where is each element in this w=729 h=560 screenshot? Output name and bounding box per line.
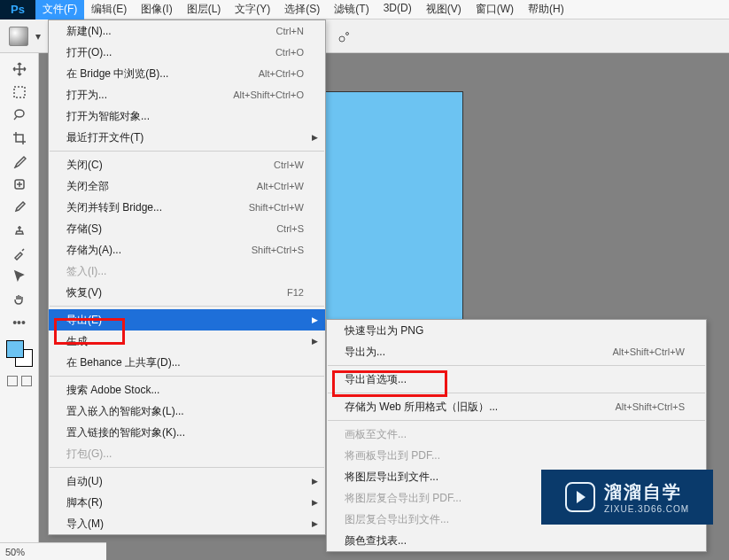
- menu-item: 将画板导出到 PDF...: [327, 445, 706, 466]
- menu-item-label: 恢复(V): [66, 285, 287, 300]
- menu-item[interactable]: 导出首选项...: [327, 369, 706, 390]
- menu-帮助[interactable]: 帮助(H): [521, 0, 571, 19]
- menu-编辑[interactable]: 编辑(E): [84, 0, 134, 19]
- submenu-arrow-icon: ▶: [312, 477, 318, 486]
- svg-point-3: [346, 32, 349, 35]
- menu-item[interactable]: 导入(M)▶: [49, 513, 325, 534]
- clone-stamp-tool[interactable]: [9, 220, 30, 241]
- menu-item[interactable]: 搜索 Adobe Stock...: [49, 379, 325, 401]
- menu-item[interactable]: 在 Behance 上共享(D)...: [49, 352, 325, 373]
- submenu-arrow-icon: ▶: [312, 498, 318, 507]
- menu-item-label: 在 Bridge 中浏览(B)...: [66, 66, 259, 82]
- menu-item[interactable]: 存储为 Web 所用格式（旧版）...Alt+Shift+Ctrl+S: [327, 396, 706, 417]
- status-bar: 50%: [0, 542, 106, 560]
- move-tool[interactable]: [9, 58, 30, 80]
- menu-视图[interactable]: 视图(V): [419, 0, 469, 19]
- submenu-arrow-icon: ▶: [312, 133, 318, 142]
- menu-item[interactable]: 在 Bridge 中浏览(B)...Alt+Ctrl+O: [49, 63, 325, 84]
- brush-tool[interactable]: [9, 197, 30, 218]
- history-brush-tool[interactable]: [9, 243, 30, 264]
- menu-item[interactable]: 关闭并转到 Bridge...Shift+Ctrl+W: [49, 197, 325, 218]
- foreground-color[interactable]: [6, 340, 24, 358]
- brush-dropdown-arrow[interactable]: ▾: [35, 30, 41, 43]
- svg-rect-4: [14, 87, 25, 97]
- file-menu-dropdown: 新建(N)...Ctrl+N打开(O)...Ctrl+O在 Bridge 中浏览…: [48, 19, 326, 535]
- healing-brush-tool[interactable]: [9, 174, 30, 195]
- menu-item[interactable]: 存储(S)Ctrl+S: [49, 218, 325, 239]
- menu-item[interactable]: 关闭全部Alt+Ctrl+W: [49, 175, 325, 197]
- menu-item-label: 置入链接的智能对象(K)...: [66, 425, 304, 440]
- menu-item-label: 打开(O)...: [66, 45, 275, 60]
- path-selection-tool[interactable]: [9, 266, 30, 287]
- menu-item[interactable]: 快速导出为 PNG: [327, 320, 706, 341]
- menu-item-label: 打开为...: [66, 88, 233, 103]
- lasso-tool[interactable]: [9, 105, 30, 126]
- menu-item-label: 导出为...: [345, 345, 612, 360]
- marquee-tool[interactable]: [9, 82, 30, 103]
- menu-item-label: 自动(U): [66, 474, 304, 489]
- menu-item-label: 新建(N)...: [66, 24, 276, 39]
- menu-item-shortcut: Alt+Ctrl+O: [259, 68, 304, 79]
- tools-panel: •••: [0, 53, 39, 560]
- pressure-size-icon[interactable]: [337, 29, 352, 43]
- brush-preset-swatch[interactable]: [9, 27, 28, 46]
- menu-item[interactable]: 生成▶: [49, 331, 325, 352]
- menu-item[interactable]: 置入链接的智能对象(K)...: [49, 422, 325, 443]
- menu-item-shortcut: Alt+Shift+Ctrl+S: [615, 401, 685, 412]
- color-swatches[interactable]: [6, 340, 33, 367]
- menu-item[interactable]: 自动(U)▶: [49, 471, 325, 492]
- menu-item-label: 存储(S): [66, 222, 276, 237]
- menu-item[interactable]: 最近打开文件(T)▶: [49, 127, 325, 148]
- menu-item-shortcut: Shift+Ctrl+W: [249, 202, 304, 213]
- menu-item-shortcut: Alt+Ctrl+W: [257, 181, 304, 191]
- dots-tool[interactable]: •••: [9, 312, 30, 333]
- menu-item[interactable]: 恢复(V)F12: [49, 282, 325, 303]
- menu-item-label: 脚本(R): [66, 495, 304, 510]
- menu-图像[interactable]: 图像(I): [134, 0, 179, 19]
- menu-3d[interactable]: 3D(D): [376, 0, 419, 19]
- menu-item-label: 最近打开文件(T): [66, 130, 304, 145]
- menu-滤镜[interactable]: 滤镜(T): [327, 0, 376, 19]
- menu-item: 打包(G)...: [49, 443, 325, 464]
- menu-item-label: 将画板导出到 PDF...: [345, 448, 685, 463]
- menu-item[interactable]: 存储为(A)...Shift+Ctrl+S: [49, 239, 325, 261]
- hand-tool[interactable]: [9, 289, 30, 310]
- menu-文字[interactable]: 文字(Y): [228, 0, 277, 19]
- menu-item[interactable]: 新建(N)...Ctrl+N: [49, 20, 325, 42]
- zoom-level[interactable]: 50%: [5, 547, 25, 557]
- menu-item[interactable]: 导出为...Alt+Shift+Ctrl+W: [327, 341, 706, 362]
- watermark-title: 溜溜自学: [604, 480, 682, 504]
- menu-item-label: 画板至文件...: [345, 427, 685, 442]
- menu-item-label: 颜色查找表...: [345, 533, 685, 548]
- menu-separator: [50, 151, 324, 152]
- menu-item-label: 存储为(A)...: [66, 243, 252, 258]
- menu-item-label: 生成: [66, 334, 304, 349]
- menu-item-label: 在 Behance 上共享(D)...: [66, 355, 304, 370]
- submenu-arrow-icon: ▶: [312, 519, 318, 528]
- menu-item-label: 签入(I)...: [66, 264, 304, 279]
- menu-item-label: 关闭全部: [66, 179, 257, 194]
- menu-item[interactable]: 打开(O)...Ctrl+O: [49, 42, 325, 63]
- watermark-badge: 溜溜自学 ZIXUE.3D66.COM: [541, 470, 713, 525]
- menu-item-label: 关闭(C): [66, 158, 274, 173]
- menu-图层[interactable]: 图层(L): [180, 0, 229, 19]
- crop-tool[interactable]: [9, 128, 30, 149]
- menu-item[interactable]: 置入嵌入的智能对象(L)...: [49, 401, 325, 422]
- menu-文件[interactable]: 文件(F): [35, 0, 84, 19]
- quickmask-toggle[interactable]: [7, 376, 32, 386]
- menu-窗口[interactable]: 窗口(W): [469, 0, 521, 19]
- menu-item[interactable]: 关闭(C)Ctrl+W: [49, 154, 325, 175]
- menu-item[interactable]: 打开为...Alt+Shift+Ctrl+O: [49, 84, 325, 105]
- menu-separator: [328, 420, 705, 421]
- menu-选择[interactable]: 选择(S): [277, 0, 327, 19]
- menu-item[interactable]: 导出(E)▶: [49, 309, 325, 331]
- menu-item-shortcut: Ctrl+S: [276, 223, 304, 234]
- svg-point-2: [339, 36, 345, 42]
- menu-item-shortcut: F12: [287, 287, 304, 298]
- menu-item: 画板至文件...: [327, 424, 706, 445]
- menu-item[interactable]: 打开为智能对象...: [49, 105, 325, 127]
- submenu-arrow-icon: ▶: [312, 337, 318, 346]
- menu-item[interactable]: 脚本(R)▶: [49, 492, 325, 513]
- menu-item[interactable]: 颜色查找表...: [327, 530, 706, 551]
- eyedropper-tool[interactable]: [9, 151, 30, 172]
